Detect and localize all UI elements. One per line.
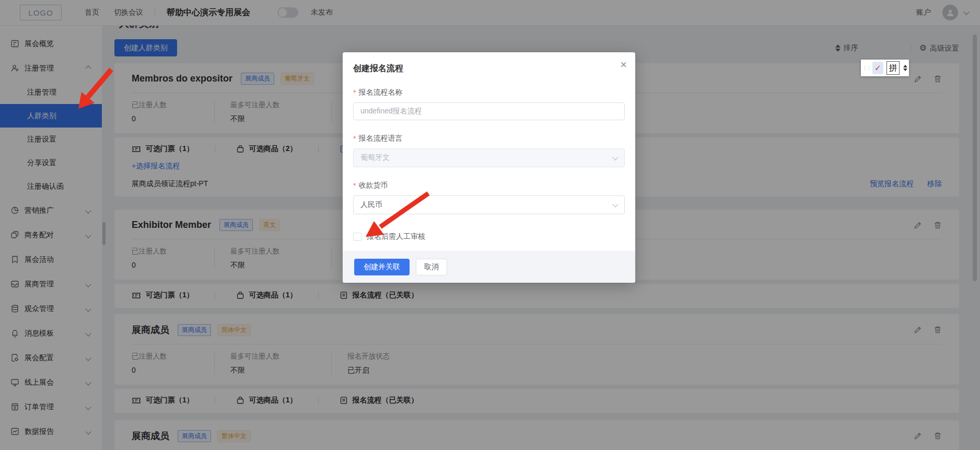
flow-name-input[interactable] — [353, 102, 625, 120]
create-flow-modal: 创建报名流程 × *报名流程名称 *报名流程语言 葡萄牙文 *收款货币 人民币 … — [343, 52, 635, 283]
chevron-down-icon — [612, 154, 618, 160]
currency-select[interactable]: 人民币 — [353, 195, 625, 214]
currency-value: 人民币 — [360, 200, 382, 210]
close-icon[interactable]: × — [620, 59, 627, 71]
ime-spinner-arrows-icon[interactable] — [903, 65, 907, 71]
flow-language-value: 葡萄牙文 — [360, 153, 390, 163]
required-asterisk: * — [353, 88, 356, 97]
flow-name-label: 报名流程名称 — [358, 88, 402, 97]
ime-toolbar: ⋮⋮ ✓ 拼 — [861, 60, 909, 76]
required-asterisk: * — [353, 134, 356, 143]
create-and-link-button[interactable]: 创建并关联 — [354, 259, 410, 275]
ime-drag-handle-icon[interactable]: ⋮⋮ — [862, 67, 871, 69]
modal-footer: 创建并关联 取消 — [343, 251, 635, 283]
chevron-down-icon — [612, 201, 618, 207]
flow-language-select[interactable]: 葡萄牙文 — [353, 148, 625, 167]
manual-audit-label: 报名后需人工审核 — [367, 232, 425, 241]
ime-pinyin-mode-button[interactable]: 拼 — [886, 61, 900, 75]
modal-title: 创建报名流程 — [343, 52, 635, 74]
ime-pen-check-icon[interactable]: ✓ — [872, 62, 883, 74]
required-asterisk: * — [353, 181, 356, 190]
cancel-button[interactable]: 取消 — [416, 259, 447, 275]
flow-language-label: 报名流程语言 — [358, 134, 402, 143]
manual-audit-checkbox[interactable] — [353, 233, 361, 241]
currency-label: 收款货币 — [358, 181, 388, 190]
